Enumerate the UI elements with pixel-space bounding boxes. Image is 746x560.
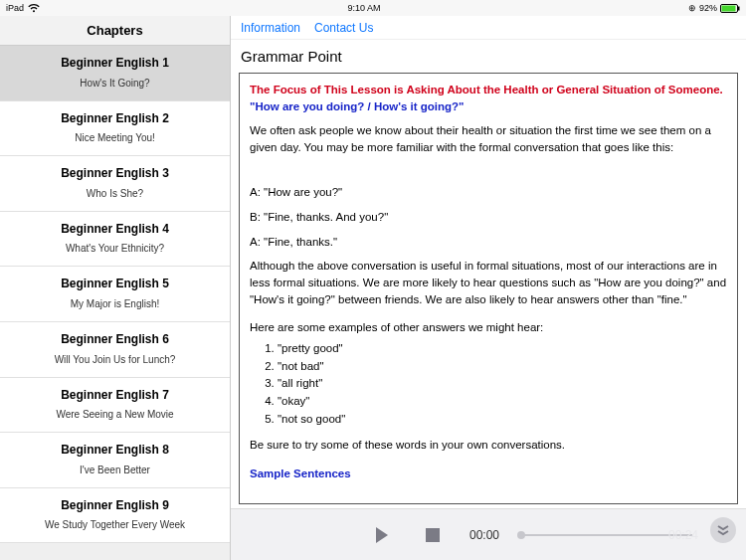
example-item: "pretty good" [278, 340, 727, 357]
content-pane: Information Contact Us Grammar Point The… [231, 16, 746, 560]
progress-knob[interactable] [517, 531, 525, 539]
dialog-line: A: "How are you?" [250, 184, 727, 201]
device-label: iPad [6, 3, 24, 13]
lesson-body[interactable]: The Focus of This Lesson is Asking About… [239, 73, 738, 504]
progress-track[interactable] [521, 534, 692, 536]
chapter-item[interactable]: Beginner English 5My Major is English! [0, 267, 230, 322]
chapter-title: Beginner English 3 [8, 166, 222, 182]
chapter-title: Beginner English 1 [8, 56, 222, 72]
chapter-subtitle: What's Your Ethnicity? [8, 243, 222, 254]
chapter-item[interactable]: Beginner English 6Will You Join Us for L… [0, 322, 230, 378]
example-item: "okay" [278, 393, 727, 410]
wifi-icon [28, 4, 40, 13]
svg-rect-3 [426, 528, 440, 542]
lesson-phrase: "How are you doing? / How's it going?" [250, 98, 727, 115]
examples-list: "pretty good""not bad""all right""okay""… [278, 340, 727, 427]
svg-rect-2 [738, 6, 740, 10]
example-item: "not so good" [278, 411, 727, 428]
page-title: Grammar Point [231, 40, 746, 73]
svg-rect-1 [722, 5, 736, 11]
chapter-title: Beginner English 9 [8, 498, 222, 514]
examples-intro: Here are some examples of other answers … [250, 319, 727, 336]
clock: 9:10 AM [40, 3, 688, 13]
chapter-title: Beginner English 5 [8, 277, 222, 292]
chapter-subtitle: Who Is She? [8, 188, 222, 199]
audio-player: 00:00 00:24 [231, 508, 746, 560]
play-button[interactable] [366, 520, 396, 550]
chapter-title: Beginner English 6 [8, 332, 222, 348]
lesson-explain: Although the above conversation is usefu… [250, 258, 727, 307]
battery-percent: 92% [699, 3, 717, 13]
contact-us-link[interactable]: Contact Us [314, 21, 373, 35]
elapsed-time: 00:00 [469, 528, 499, 542]
chapter-item[interactable]: Beginner English 1How's It Going? [0, 46, 230, 101]
chapter-title: Beginner English 2 [8, 111, 222, 127]
dialog-line: A: "Fine, thanks." [250, 234, 727, 251]
example-item: "all right" [278, 375, 727, 392]
chapter-subtitle: Nice Meeting You! [8, 132, 222, 143]
chapter-item[interactable]: Beginner English 2Nice Meeting You! [0, 101, 230, 157]
chapter-subtitle: Will You Join Us for Lunch? [8, 354, 222, 365]
collapse-button[interactable] [710, 517, 736, 543]
chapter-subtitle: Were Seeing a New Movie [8, 409, 222, 420]
information-link[interactable]: Information [241, 21, 300, 35]
chapter-subtitle: How's It Going? [8, 78, 222, 89]
chapter-title: Beginner English 8 [8, 443, 222, 459]
nav-links: Information Contact Us [231, 16, 746, 40]
chapter-title: Beginner English 7 [8, 388, 222, 404]
chapter-subtitle: I've Been Better [8, 465, 222, 475]
chapter-item[interactable]: Beginner English 4What's Your Ethnicity? [0, 212, 230, 268]
charging-icon: ⊕ [688, 3, 696, 13]
chapter-list[interactable]: Beginner English 1How's It Going?Beginne… [0, 46, 230, 560]
example-item: "not bad" [278, 358, 727, 375]
status-bar: iPad 9:10 AM ⊕ 92% [0, 0, 746, 16]
sidebar-header: Chapters [0, 16, 230, 46]
sample-sentences-link[interactable]: Sample Sentences [250, 466, 727, 482]
chapter-subtitle: We Study Together Every Week [8, 519, 222, 530]
lesson-closing: Be sure to try some of these words in yo… [250, 437, 727, 454]
total-duration: 00:24 [668, 528, 698, 542]
battery-icon [720, 4, 740, 13]
chapter-item[interactable]: Beginner English 3Who Is She? [0, 156, 230, 212]
chapter-subtitle: My Major is English! [8, 298, 222, 309]
dialog-line: B: "Fine, thanks. And you?" [250, 209, 727, 226]
lesson-focus: The Focus of This Lesson is Asking About… [250, 82, 727, 98]
chapter-title: Beginner English 4 [8, 222, 222, 238]
chapter-item[interactable]: Beginner English 9We Study Together Ever… [0, 488, 230, 544]
lesson-intro: We often ask people we know about their … [250, 122, 727, 155]
chapter-item[interactable]: Beginner English 7Were Seeing a New Movi… [0, 378, 230, 434]
stop-button[interactable] [418, 520, 448, 550]
chapters-sidebar: Chapters Beginner English 1How's It Goin… [0, 16, 231, 560]
chapter-item[interactable]: Beginner English 8I've Been Better [0, 433, 230, 488]
